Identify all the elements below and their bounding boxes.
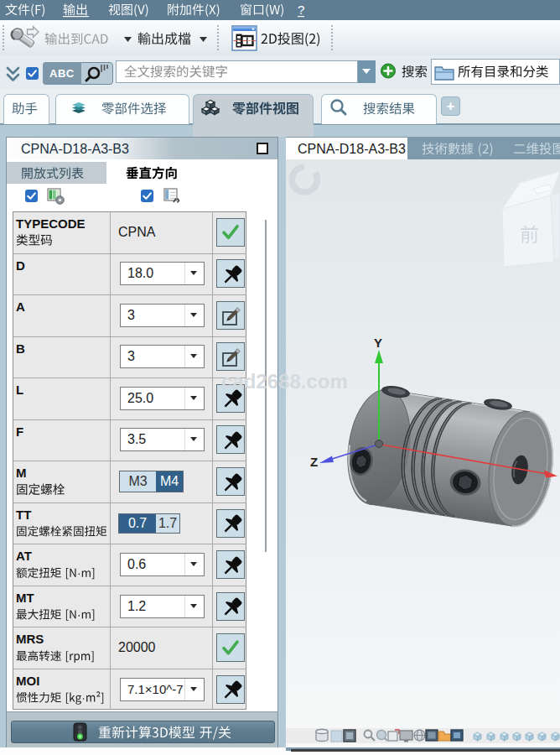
svg-text:Z: Z <box>310 455 318 469</box>
svg-text:Y: Y <box>374 336 382 350</box>
svg-text:cad2688.com: cad2688.com <box>221 370 348 393</box>
svg-text:?: ? <box>298 3 304 17</box>
